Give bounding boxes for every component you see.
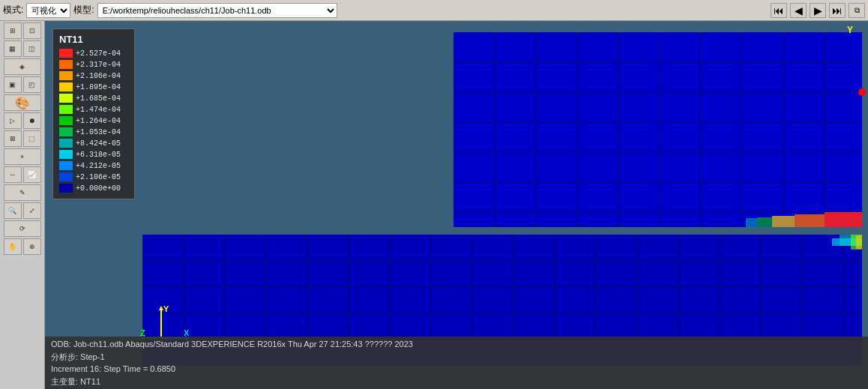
copy-btn[interactable]: ⧉ bbox=[849, 3, 865, 18]
legend-value: +2.106e-04 bbox=[76, 72, 121, 80]
lt-btn-fit[interactable]: ⤢ bbox=[23, 202, 41, 219]
legend-value: +2.317e-04 bbox=[76, 61, 121, 69]
legend-row: +2.106e-05 bbox=[59, 172, 128, 182]
legend-entries: +2.527e-04+2.317e-04+2.106e-04+1.895e-04… bbox=[59, 48, 128, 193]
svg-point-22 bbox=[858, 88, 866, 96]
legend-row: +1.685e-04 bbox=[59, 93, 128, 103]
lt-btn-xsect[interactable]: ⊠ bbox=[4, 130, 22, 147]
lt-btn-3d[interactable]: ▦ bbox=[4, 40, 22, 57]
svg-rect-1 bbox=[453, 32, 862, 227]
nav-prev-btn[interactable]: ◀ bbox=[790, 3, 807, 18]
legend-value: +1.895e-04 bbox=[76, 83, 121, 91]
legend-row: +2.527e-04 bbox=[59, 48, 128, 58]
legend-value: +1.264e-04 bbox=[76, 117, 121, 125]
lt-btn-contour[interactable]: 🎨 bbox=[4, 94, 41, 111]
svg-rect-17 bbox=[825, 212, 862, 227]
lt-btn-render[interactable]: ◈ bbox=[4, 58, 41, 75]
legend-box: NT11 +2.527e-04+2.317e-04+2.106e-04+1.89… bbox=[52, 28, 135, 199]
legend-row: +2.317e-04 bbox=[59, 59, 128, 70]
svg-rect-18 bbox=[795, 214, 825, 227]
legend-value: +1.685e-04 bbox=[76, 94, 121, 103]
legend-color-swatch bbox=[59, 94, 73, 103]
legend-title: NT11 bbox=[59, 34, 128, 45]
lt-btn-edge[interactable]: ◰ bbox=[23, 76, 41, 93]
lt-btn-xy[interactable]: 📈 bbox=[23, 166, 41, 183]
legend-value: +4.212e-05 bbox=[76, 162, 121, 170]
legend-color-swatch bbox=[59, 71, 73, 80]
model-path-select[interactable]: E:/worktemp/reliouheclass/ch11/Job-ch11.… bbox=[97, 3, 337, 18]
lt-row-7: 🔍 ⤢ bbox=[4, 202, 41, 219]
lt-btn-rotate[interactable]: ⟳ bbox=[4, 220, 41, 237]
legend-color-swatch bbox=[59, 150, 73, 159]
lt-btn-grid[interactable]: ⊞ bbox=[4, 22, 22, 39]
legend-color-swatch bbox=[59, 82, 73, 91]
increment-info: Increment 16: Step Time = 0.6850 bbox=[51, 363, 862, 376]
legend-row: +6.318e-05 bbox=[59, 149, 128, 160]
lt-row-3: ▣ ◰ bbox=[4, 76, 41, 93]
lt-row-5: ⊠ ⬚ bbox=[4, 130, 41, 147]
legend-row: +8.424e-05 bbox=[59, 138, 128, 148]
lt-btn-query[interactable]: ⌖ bbox=[4, 148, 41, 165]
odb-info: ODB: Job-ch11.odb Abaqus/Standard 3DEXPE… bbox=[51, 338, 862, 351]
lt-row-2: ▦ ◫ bbox=[4, 40, 41, 57]
legend-value: +0.000e+00 bbox=[76, 184, 121, 193]
lt-btn-select[interactable]: ⊕ bbox=[23, 238, 41, 255]
lt-btn-probe[interactable]: ⬚ bbox=[23, 130, 41, 147]
lt-row-8: ✋ ⊕ bbox=[4, 238, 41, 255]
svg-rect-20 bbox=[757, 217, 772, 227]
svg-text:Y: Y bbox=[163, 304, 169, 313]
legend-value: +2.106e-05 bbox=[76, 173, 121, 181]
legend-row: +1.264e-04 bbox=[59, 115, 128, 126]
legend-row: +4.212e-05 bbox=[59, 160, 128, 171]
legend-color-swatch bbox=[59, 184, 73, 193]
legend-color-swatch bbox=[59, 60, 73, 69]
mode-label: 模式: bbox=[3, 4, 23, 16]
viewport[interactable]: NT11 +2.527e-04+2.317e-04+2.106e-04+1.89… bbox=[45, 21, 868, 389]
legend-row: +1.895e-04 bbox=[59, 82, 128, 92]
legend-value: +1.053e-04 bbox=[76, 128, 121, 136]
lt-btn-anim[interactable]: ▷ bbox=[4, 112, 22, 129]
y-axis-indicator: Y bbox=[847, 25, 853, 35]
lt-btn-view[interactable]: ⊡ bbox=[23, 22, 41, 39]
svg-rect-21 bbox=[746, 218, 757, 227]
nav-first-btn[interactable]: ⏮ bbox=[771, 3, 787, 18]
lt-btn-shade[interactable]: ▣ bbox=[4, 76, 22, 93]
legend-color-swatch bbox=[59, 49, 73, 58]
svg-rect-48 bbox=[856, 235, 862, 249]
legend-color-swatch bbox=[59, 172, 73, 181]
lt-btn-zoom[interactable]: 🔍 bbox=[4, 202, 22, 219]
legend-color-swatch bbox=[59, 116, 73, 125]
lt-btn-record[interactable]: ⏺ bbox=[23, 112, 41, 129]
legend-color-swatch bbox=[59, 139, 73, 148]
lt-btn-path[interactable]: ↔ bbox=[4, 166, 22, 183]
status-bar: ODB: Job-ch11.odb Abaqus/Standard 3DEXPE… bbox=[45, 337, 868, 389]
lt-row-4: ▷ ⏺ bbox=[4, 112, 41, 129]
legend-row: +1.474e-04 bbox=[59, 104, 128, 115]
lt-row-1: ⊞ ⊡ bbox=[4, 22, 41, 39]
nav-last-btn[interactable]: ⏭ bbox=[829, 3, 846, 18]
lt-btn-wire[interactable]: ◫ bbox=[23, 40, 41, 57]
legend-value: +1.474e-04 bbox=[76, 106, 121, 114]
legend-value: +2.527e-04 bbox=[76, 49, 121, 58]
nav-next-btn[interactable]: ▶ bbox=[810, 3, 826, 18]
legend-row: +2.106e-04 bbox=[59, 70, 128, 81]
legend-value: +6.318e-05 bbox=[76, 151, 121, 159]
left-toolbar: ⊞ ⊡ ▦ ◫ ◈ ▣ ◰ 🎨 ▷ ⏺ ⊠ ⬚ ⌖ ↔ 📈 ✎ 🔍 ⤢ bbox=[0, 21, 45, 389]
legend-row: +1.053e-04 bbox=[59, 127, 128, 137]
legend-color-swatch bbox=[59, 105, 73, 114]
legend-row: +0.000e+00 bbox=[59, 183, 128, 193]
model-label: 模型: bbox=[73, 4, 94, 16]
legend-color-swatch bbox=[59, 161, 73, 170]
step-info: 分析步: Step-1 bbox=[51, 351, 862, 364]
mode-select[interactable]: 可视化 bbox=[26, 3, 70, 18]
lt-row-6: ↔ 📈 bbox=[4, 166, 41, 183]
main-layout: ⊞ ⊡ ▦ ◫ ◈ ▣ ◰ 🎨 ▷ ⏺ ⊠ ⬚ ⌖ ↔ 📈 ✎ 🔍 ⤢ bbox=[0, 21, 868, 389]
lt-btn-sketch[interactable]: ✎ bbox=[4, 184, 41, 201]
top-toolbar: 模式: 可视化 模型: E:/worktemp/reliouheclass/ch… bbox=[0, 0, 868, 21]
legend-color-swatch bbox=[59, 127, 73, 136]
lt-btn-pan[interactable]: ✋ bbox=[4, 238, 22, 255]
legend-value: +8.424e-05 bbox=[76, 139, 121, 148]
svg-rect-19 bbox=[772, 216, 795, 227]
primary-var: 主变量: NT11 bbox=[51, 376, 862, 388]
